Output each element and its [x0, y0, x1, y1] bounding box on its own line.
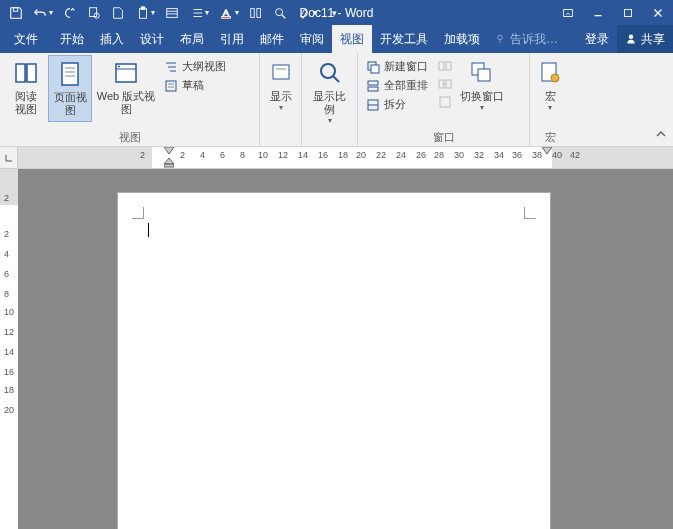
ruler-tick: 6 — [220, 150, 225, 160]
columns-icon[interactable] — [244, 1, 268, 25]
ruler-tick: 32 — [474, 150, 484, 160]
ruler-vtick: 18 — [4, 385, 14, 395]
horizontal-ruler[interactable]: 2 2 4 6 8 10 12 14 16 18 20 22 24 26 28 … — [18, 147, 673, 169]
ruler-vtick: 14 — [4, 347, 14, 357]
page[interactable] — [118, 193, 550, 529]
tab-design[interactable]: 设计 — [132, 25, 172, 53]
first-line-indent-icon[interactable] — [164, 147, 174, 155]
paste-icon[interactable]: ▾ — [130, 1, 160, 25]
svg-point-22 — [498, 35, 503, 40]
text-cursor — [148, 223, 149, 237]
svg-rect-14 — [257, 8, 261, 17]
group-show: 显示 ▾ — [260, 53, 302, 146]
margin-corner-tr — [524, 207, 536, 219]
ruler-tick: 28 — [434, 150, 444, 160]
sync-scroll-button[interactable] — [434, 75, 456, 93]
show-button[interactable]: 显示 ▾ — [264, 55, 297, 117]
tab-selector[interactable] — [0, 147, 18, 169]
web-layout-label: Web 版式视图 — [94, 90, 158, 116]
right-indent-icon[interactable] — [542, 147, 552, 155]
reset-position-button[interactable] — [434, 93, 456, 111]
outline-label: 大纲视图 — [182, 59, 226, 74]
undo-icon[interactable]: ▾ — [28, 1, 58, 25]
svg-rect-26 — [62, 63, 78, 85]
collapse-ribbon-icon[interactable] — [655, 128, 667, 142]
side-by-side-button[interactable] — [434, 57, 456, 75]
vertical-ruler[interactable]: 2 2 4 6 8 10 12 14 16 18 20 — [0, 169, 18, 529]
tab-home[interactable]: 开始 — [52, 25, 92, 53]
new-doc-icon[interactable] — [106, 1, 130, 25]
document-area[interactable] — [18, 169, 673, 529]
ruler-tick: 4 — [200, 150, 205, 160]
sync-icon — [438, 77, 452, 91]
svg-point-24 — [629, 35, 634, 40]
ruler-vtick: 6 — [4, 269, 9, 279]
ruler-vtick: 4 — [4, 249, 9, 259]
eye-icon — [267, 59, 295, 87]
tab-insert[interactable]: 插入 — [92, 25, 132, 53]
arrange-all-button[interactable]: 全部重排 — [362, 76, 432, 95]
margin-corner-tl — [132, 207, 144, 219]
ruler-vtick: 2 — [4, 229, 9, 239]
zoom-icon[interactable] — [268, 1, 292, 25]
ribbon-display-icon[interactable] — [553, 0, 583, 25]
print-layout-button[interactable]: 页面视图 — [48, 55, 92, 122]
reading-icon[interactable] — [160, 1, 184, 25]
group-window-label: 窗口 — [362, 128, 525, 146]
switch-label: 切换窗口 — [460, 90, 504, 103]
outline-icon — [164, 60, 178, 74]
new-window-button[interactable]: 新建窗口 — [362, 57, 432, 76]
ribbon: 阅读 视图 页面视图 Web 版式视图 大纲视图 草稿 视图 — [0, 53, 673, 147]
print-preview-icon[interactable] — [82, 1, 106, 25]
split-icon — [366, 98, 380, 112]
tell-me-search[interactable]: 告诉我… — [488, 25, 564, 53]
macros-button[interactable]: 宏 ▾ — [534, 55, 566, 117]
svg-point-15 — [276, 8, 283, 15]
sidebyside-icon — [438, 59, 452, 73]
maximize-icon[interactable] — [613, 0, 643, 25]
spacing-icon[interactable]: ▾ — [184, 1, 214, 25]
minimize-icon[interactable] — [583, 0, 613, 25]
outline-view-button[interactable]: 大纲视图 — [160, 57, 230, 76]
group-window: 新建窗口 全部重排 拆分 — [358, 53, 530, 146]
macro-icon — [536, 59, 564, 87]
print-layout-label: 页面视图 — [51, 91, 89, 117]
split-button[interactable]: 拆分 — [362, 95, 432, 114]
tab-mailings[interactable]: 邮件 — [252, 25, 292, 53]
svg-rect-44 — [371, 65, 379, 73]
ruler-vtick: 10 — [4, 307, 14, 317]
close-icon[interactable] — [643, 0, 673, 25]
zoom-button[interactable]: 显示比例 ▾ — [306, 55, 353, 130]
sign-in-button[interactable]: 登录 — [577, 25, 617, 53]
switch-windows-button[interactable]: 切换窗口 ▾ — [458, 55, 506, 117]
svg-rect-45 — [368, 81, 378, 85]
ruler-vtick: 12 — [4, 327, 14, 337]
group-zoom: 显示比例 ▾ — [302, 53, 358, 146]
save-icon[interactable] — [4, 1, 28, 25]
web-icon — [112, 59, 140, 87]
ruler-tick: 2 — [180, 150, 185, 160]
tab-layout[interactable]: 布局 — [172, 25, 212, 53]
draft-view-button[interactable]: 草稿 — [160, 76, 230, 95]
ruler-tick: 8 — [240, 150, 245, 160]
split-label: 拆分 — [384, 97, 406, 112]
show-label: 显示 — [270, 90, 292, 103]
bulb-icon — [494, 33, 506, 45]
web-layout-button[interactable]: Web 版式视图 — [92, 55, 160, 120]
read-mode-button[interactable]: 阅读 视图 — [4, 55, 48, 120]
group-macro-label: 宏 — [534, 128, 566, 146]
tab-addins[interactable]: 加载项 — [436, 25, 488, 53]
ruler-tick: 10 — [258, 150, 268, 160]
window-icon — [366, 60, 380, 74]
hanging-indent-icon[interactable] — [164, 158, 174, 168]
book-icon — [12, 59, 40, 87]
tab-developer[interactable]: 开发工具 — [372, 25, 436, 53]
redo-icon[interactable] — [58, 1, 82, 25]
font-color-icon[interactable]: A▾ — [214, 1, 244, 25]
ribbon-tabs: 文件 开始 插入 设计 布局 引用 邮件 审阅 视图 开发工具 加载项 告诉我…… — [0, 25, 673, 53]
tab-file[interactable]: 文件 — [0, 25, 52, 53]
tab-review[interactable]: 审阅 — [292, 25, 332, 53]
tab-references[interactable]: 引用 — [212, 25, 252, 53]
tab-view[interactable]: 视图 — [332, 25, 372, 53]
share-button[interactable]: 共享 — [617, 25, 673, 53]
